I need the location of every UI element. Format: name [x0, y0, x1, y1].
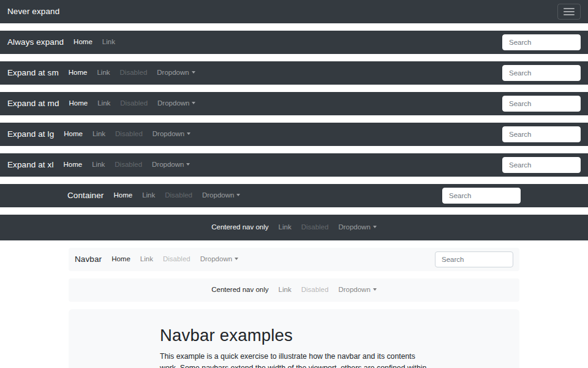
nav-item-link-light[interactable]: Link — [135, 256, 158, 263]
nav-items-expand-at-xl: HomeLinkDisabledDropdown — [59, 161, 195, 169]
nav-item-home-expand-at-lg[interactable]: Home — [59, 131, 88, 138]
nav-item-label: Link — [97, 99, 110, 107]
nav-item-disabled-light: Disabled — [158, 256, 195, 263]
nav-item-label: Home — [64, 161, 83, 168]
navbar-centered-dark-inner: Centered nav onlyLinkDisabledDropdown — [7, 215, 581, 240]
nav-item-label: Disabled — [120, 99, 148, 107]
nav-item-link-expand-at-xl[interactable]: Link — [87, 161, 110, 169]
nav-item-link-centered-dark[interactable]: Link — [274, 224, 296, 231]
nav-item-dropdown-expand-at-xl[interactable]: Dropdown — [147, 161, 195, 169]
navbar-expand-at-lg: Expand at lgHomeLinkDisabledDropdown — [0, 123, 588, 146]
nav-item-link-expand-at-sm[interactable]: Link — [92, 69, 115, 77]
brand-container[interactable]: Container — [67, 191, 104, 200]
nav-item-link-always-expand[interactable]: Link — [97, 39, 120, 46]
nav-item-dropdown-expand-at-md[interactable]: Dropdown — [153, 100, 200, 107]
brand-expand-at-xl[interactable]: Expand at xl — [7, 161, 54, 169]
jumbotron-content: Navbar examples This example is a quick … — [160, 325, 428, 368]
nav-items-expand-at-sm: HomeLinkDisabledDropdown — [64, 69, 200, 77]
nav-item-link-container[interactable]: Link — [137, 192, 160, 199]
navbar-centered-light-inner: Centered nav onlyLinkDisabledDropdown — [75, 278, 513, 302]
nav-item-label: Home — [69, 69, 88, 76]
nav-item-dropdown-expand-at-lg[interactable]: Dropdown — [148, 131, 195, 138]
search-input-expand-at-sm[interactable] — [502, 65, 581, 81]
navbar-expand-at-md-inner: Expand at mdHomeLinkDisabledDropdown — [7, 92, 581, 115]
nav-item-link-centered-light[interactable]: Link — [274, 286, 296, 294]
nav-item-dropdown-expand-at-sm[interactable]: Dropdown — [152, 69, 200, 77]
navbar-light: NavbarHomeLinkDisabledDropdown — [69, 248, 519, 271]
brand-never-expand[interactable]: Never expand — [7, 7, 59, 16]
brand-expand-at-md[interactable]: Expand at md — [7, 99, 59, 108]
navbar-always-expand: Always expandHomeLink — [0, 31, 588, 54]
navbar-expand-at-xl: Expand at xlHomeLinkDisabledDropdown — [0, 153, 588, 177]
nav-items-expand-at-lg: HomeLinkDisabledDropdown — [59, 131, 195, 138]
nav-item-label: Dropdown — [338, 286, 370, 293]
nav-item-label: Disabled — [301, 286, 329, 293]
nav-item-dropdown-container[interactable]: Dropdown — [197, 192, 245, 199]
nav-items-light: HomeLinkDisabledDropdown — [107, 256, 243, 263]
hamburger-bar — [564, 14, 575, 15]
nav-item-centered-nav-only-centered-light[interactable]: Centered nav only — [206, 286, 273, 294]
search-input-container[interactable] — [442, 188, 521, 204]
nav-item-label: Centered nav only — [211, 223, 268, 231]
nav-items-container: HomeLinkDisabledDropdown — [108, 192, 245, 199]
brand-always-expand[interactable]: Always expand — [7, 38, 64, 47]
hamburger-bar — [564, 8, 575, 9]
nav-item-label: Home — [74, 38, 92, 45]
nav-item-disabled-centered-light: Disabled — [296, 286, 334, 294]
nav-item-home-expand-at-sm[interactable]: Home — [64, 69, 92, 77]
search-input-light[interactable] — [435, 251, 513, 267]
nav-item-label: Dropdown — [157, 99, 189, 107]
intro-paragraph: This example is a quick exercise to illu… — [160, 351, 428, 368]
nav-item-disabled-container: Disabled — [160, 192, 197, 199]
caret-down-icon — [236, 194, 240, 196]
navbar-light-inner: NavbarHomeLinkDisabledDropdown — [75, 248, 513, 271]
nav-item-label: Disabled — [165, 191, 192, 199]
nav-item-label: Dropdown — [157, 69, 189, 76]
navbar-toggler-button[interactable] — [557, 4, 581, 20]
nav-item-dropdown-centered-dark[interactable]: Dropdown — [333, 224, 381, 231]
navbar-expand-at-sm: Expand at smHomeLinkDisabledDropdown — [0, 61, 588, 85]
nav-item-disabled-expand-at-md: Disabled — [115, 100, 153, 107]
nav-item-home-always-expand[interactable]: Home — [69, 39, 97, 46]
caret-down-icon — [186, 163, 190, 166]
nav-item-disabled-expand-at-sm: Disabled — [115, 69, 153, 77]
caret-down-icon — [235, 258, 238, 260]
nav-item-centered-nav-only-centered-dark[interactable]: Centered nav only — [206, 224, 273, 231]
navbar-centered-dark: Centered nav onlyLinkDisabledDropdown — [0, 215, 588, 240]
caret-down-icon — [192, 71, 195, 74]
navbar-container-inner: ContainerHomeLinkDisabledDropdown — [67, 184, 521, 207]
nav-item-label: Dropdown — [338, 223, 370, 231]
nav-item-dropdown-light[interactable]: Dropdown — [195, 256, 243, 263]
search-input-always-expand[interactable] — [502, 34, 581, 50]
nav-item-home-expand-at-xl[interactable]: Home — [59, 161, 88, 169]
intro-text-before: This example is a quick exercise to illu… — [160, 352, 426, 368]
nav-item-label: Dropdown — [152, 161, 184, 168]
nav-item-link-expand-at-lg[interactable]: Link — [88, 131, 110, 138]
jumbotron: Navbar examples This example is a quick … — [69, 309, 519, 368]
search-input-expand-at-md[interactable] — [502, 96, 581, 112]
nav-item-disabled-expand-at-xl: Disabled — [110, 161, 147, 169]
search-input-expand-at-xl[interactable] — [502, 157, 581, 173]
nav-item-dropdown-centered-light[interactable]: Dropdown — [333, 286, 381, 294]
nav-item-label: Home — [113, 191, 132, 199]
nav-item-home-container[interactable]: Home — [108, 192, 137, 199]
brand-light[interactable]: Navbar — [75, 255, 102, 264]
navbar-expand-at-lg-inner: Expand at lgHomeLinkDisabledDropdown — [7, 123, 581, 146]
page-title: Navbar examples — [160, 325, 428, 345]
nav-item-label: Home — [69, 99, 88, 107]
nav-item-label: Link — [279, 223, 292, 231]
brand-expand-at-sm[interactable]: Expand at sm — [7, 69, 59, 77]
caret-down-icon — [373, 288, 377, 291]
nav-items-always-expand: HomeLink — [69, 39, 120, 46]
nav-item-label: Link — [140, 255, 153, 263]
navbar-expand-at-xl-inner: Expand at xlHomeLinkDisabledDropdown — [7, 153, 581, 177]
nav-item-label: Disabled — [120, 69, 148, 76]
nav-item-home-expand-at-md[interactable]: Home — [64, 100, 93, 107]
brand-expand-at-lg[interactable]: Expand at lg — [7, 130, 54, 139]
search-input-expand-at-lg[interactable] — [502, 126, 581, 142]
nav-item-disabled-centered-dark: Disabled — [296, 224, 334, 231]
nav-item-link-expand-at-md[interactable]: Link — [92, 100, 115, 107]
navbar-never-expand-inner: Never expand — [7, 0, 581, 23]
nav-item-home-light[interactable]: Home — [107, 256, 135, 263]
navbar-expand-at-md: Expand at mdHomeLinkDisabledDropdown — [0, 92, 588, 115]
